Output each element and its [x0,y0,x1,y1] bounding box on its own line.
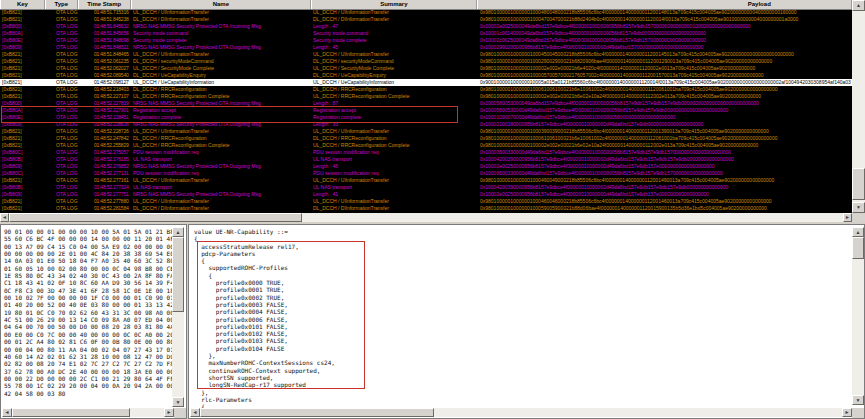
cell-key: [0xB821] [0,177,45,184]
log-row[interactable]: [0xB821]OTA LOG01:48:52.277880UL_DCCH / … [0,198,852,205]
cell-type: OTA LOG [45,65,78,72]
decode-hscrollbar-thumb[interactable] [200,408,434,417]
column-header-summary[interactable]: Summary [311,0,477,9]
log-row[interactable]: [0xB821]OTA LOG01:48:52.228726UL_DCCH / … [0,128,852,135]
log-row[interactable]: [0xB809]OTA LOG01:48:52.276852NR5G NAS M… [0,163,852,170]
scroll-right-icon[interactable]: ► [164,408,174,417]
cell-summary: UL_DCCH / UlInformationTransfer [312,128,478,135]
cell-name: NR5G NAS MM5G Security Protected OTA Out… [131,44,312,51]
cell-payload: 0x9801000001000000100047004700021b88d240… [478,16,852,23]
log-row[interactable]: [0xB821]OTA LOG01:48:52.277161UL_DCCH / … [0,177,852,184]
cell-summary: UL_DCCH / UlInformationTransfer [312,177,478,184]
column-header-name[interactable]: Name [131,0,311,9]
cell-summary: Security mode command [312,30,478,37]
cell-summary: DL_DCCH / securityModeCommand [312,58,478,65]
log-row[interactable]: [0xB809]OTA LOG01:48:51.848321NR5G NAS M… [0,44,852,51]
cell-type: OTA LOG [45,205,78,212]
cell-name: UL_DCCH / UlInformationTransfer [131,177,312,184]
hex-line: 00 01 2C A4 80 02 81 C6 0F 00 0B 80 0E 0… [4,338,172,345]
column-header-type[interactable]: Type [45,0,78,9]
scroll-up-icon[interactable]: ▲ [172,227,184,237]
cell-time: 01:48:52.228726 [78,128,131,135]
cell-name: UL_DCCH / UlInformationTransfer [131,9,312,16]
cell-summary: DL_DCCH / DlInformationTransfer [312,205,478,212]
hex-line: C1 18 43 41 02 0F 10 8C 60 AA D9 30 56 1… [4,279,172,286]
log-row[interactable]: [0xB80A]OTA LOG01:48:51.845656Security m… [0,30,852,37]
cell-summary: DL_DCCH / UeCapabilityEnquiry [312,72,478,79]
log-row[interactable]: [0xB80E]OTA LOG01:48:51.848698Security m… [0,37,852,44]
log-row[interactable]: [0xB809]OTA LOG01:48:52.228616NR5G NAS M… [0,121,852,128]
cell-time: 01:48:52.227107 [78,93,131,100]
cell-payload: 0x98010000010000001000480048000218b85506… [478,9,852,16]
column-header-payload[interactable]: Payload [477,0,852,9]
log-row[interactable]: [0xB821]OTA LOG01:48:52.255829UL_DCCH / … [0,142,852,149]
log-row[interactable]: [0xB821]OTA LOG01:48:52.062027UL_DCCH / … [0,65,852,72]
cell-type: OTA LOG [45,177,78,184]
scroll-down-icon[interactable]: ▼ [172,397,184,407]
hex-vscrollbar-thumb[interactable] [172,237,184,312]
cell-payload: 0x1000560053000049da6bd157e9dbce4f000000… [478,100,852,107]
cell-summary: Length : 41 [312,191,478,198]
log-row[interactable]: [0xB80E]OTA LOG01:48:52.228451Registrati… [0,114,852,121]
log-row[interactable]: [0xB821]OTA LOG01:48:51.715316UL_DCCH / … [0,9,852,16]
scroll-right-icon[interactable]: ► [842,408,852,417]
cell-key: [0xB80C] [0,170,45,177]
decode-line: rlc-Parameters [194,396,335,403]
log-row[interactable]: [0xB800]OTA LOG01:48:52.227819NR5G NAS M… [0,100,852,107]
scroll-up-icon[interactable]: ▲ [852,0,865,11]
cell-name: Security mode command [131,30,312,37]
decode-line: pdcp-Parameters [194,250,335,257]
cell-type: OTA LOG [45,23,78,30]
log-row[interactable]: [0xB821]OTA LOG01:48:51.845238DL_DCCH / … [0,16,852,23]
scroll-down-icon[interactable]: ▼ [852,202,865,213]
hex-line: 19 80 01 0C C0 70 02 62 60 43 31 3C 00 9… [4,309,172,316]
scrollbar-corner [852,408,864,418]
scroll-left-icon[interactable]: ◄ [190,408,200,417]
cell-type: OTA LOG [45,149,78,156]
cell-summary: DL_DCCH / DlInformationTransfer [312,16,478,23]
cell-summary: UL_DCCH / UlInformationTransfer [312,198,478,205]
cell-time: 01:48:52.281584 [78,205,131,212]
log-row[interactable]: [0xB80B]OTA LOG01:48:52.277324UL NAS tra… [0,184,852,191]
decode-vscrollbar-thumb[interactable] [852,237,864,259]
log-row[interactable]: [0xB821]OTA LOG01:48:52.061235DL_DCCH / … [0,58,852,65]
log-row[interactable]: [0xB821]OTA LOG01:48:52.281584DL_DCCH / … [0,205,852,212]
protocol-log-viewer: Key Type Time Stamp Name Summary Payload… [0,0,865,419]
log-row[interactable]: [0xB821]OTA LOG01:48:52.227107UL_DCCH / … [0,93,852,100]
scroll-left-icon[interactable]: ◄ [2,408,12,417]
cell-time: 01:48:51.845656 [78,30,131,37]
log-row-selected[interactable]: [0xB821]OTA LOG01:48:52.098127UL_DCCH / … [0,79,852,86]
scroll-down-icon[interactable]: ▼ [852,395,864,405]
cell-payload: 0x9801000001000000100002e002e00021b6e02e… [478,142,852,149]
column-header-key[interactable]: Key [0,0,45,9]
hex-line: 1E 85 80 0C 43 34 02 40 30 0C 43 00 2A 8… [4,272,172,279]
scroll-up-icon[interactable]: ▲ [852,227,864,237]
log-row[interactable]: [0xB80A]OTA LOG01:48:52.227901Registrati… [0,107,852,114]
cell-summary: UL_DCCH / UlInformationTransfer [312,51,478,58]
scroll-left-icon[interactable]: ◄ [0,213,9,222]
log-row[interactable]: [0xB80C]OTA LOG01:48:52.275057PDU sessio… [0,149,852,156]
cell-time: 01:48:52.098127 [78,79,131,86]
cell-type: OTA LOG [45,51,78,58]
log-row[interactable]: [0xB800]OTA LOG01:48:51.845632NR5G NAS M… [0,23,852,30]
table-hscrollbar-thumb[interactable] [9,213,302,222]
cell-type: OTA LOG [45,156,78,163]
cell-payload: 0x10005600530000d49da6bd157e9dbce4f00000… [478,107,852,114]
table-vscrollbar-thumb[interactable] [852,168,865,200]
log-row[interactable]: [0xB821]OTA LOG01:48:51.848465UL_DCCH / … [0,51,852,58]
column-header-timestamp[interactable]: Time Stamp [78,0,131,9]
scrollbar-corner [174,408,186,418]
decode-line: continueROHC-Context supported, [194,367,335,374]
log-row[interactable]: [0xB821]OTA LOG01:48:52.247842DL_DCCH / … [0,135,852,142]
hex-line: 04 64 00 70 00 50 00 D0 00 08 20 28 03 8… [4,323,172,330]
log-row[interactable]: [0xB821]OTA LOG01:48:52.218403DL_DCCH / … [0,86,852,93]
log-row[interactable]: [0xB80C]OTA LOG01:48:52.277131PDU sessio… [0,170,852,177]
decode-line: profile0x0003 FALSE, [194,301,335,308]
cell-time: 01:48:51.845238 [78,16,131,23]
log-row[interactable]: [0xB821]OTA LOG01:48:52.089540DL_DCCH / … [0,72,852,79]
cell-name: Registration complete [131,114,312,121]
scroll-right-icon[interactable]: ► [843,213,852,222]
log-row[interactable]: [0xB809]OTA LOG01:48:52.277751NR5G NAS M… [0,191,852,198]
hex-hscrollbar-thumb[interactable] [12,408,130,417]
log-row[interactable]: [0xB80B]OTA LOG01:48:52.276185UL NAS tra… [0,156,852,163]
